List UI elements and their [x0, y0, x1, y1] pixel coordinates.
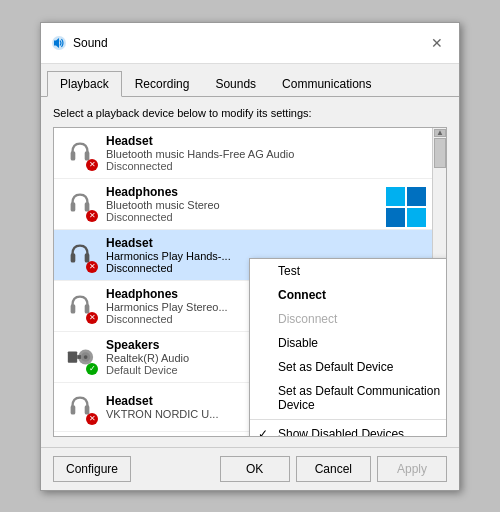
bottom-buttons: Configure OK Cancel Apply — [41, 447, 459, 490]
close-button[interactable]: ✕ — [425, 31, 449, 55]
scrollbar-thumb[interactable] — [434, 138, 446, 168]
sound-window-icon — [51, 35, 67, 51]
device-icon: ✕ — [62, 237, 98, 273]
cancel-button[interactable]: Cancel — [296, 456, 371, 482]
svg-rect-14 — [71, 405, 76, 414]
title-bar-left: Sound — [51, 35, 108, 51]
context-menu-test[interactable]: Test — [250, 259, 447, 283]
sound-window: Sound ✕ Playback Recording Sounds Commun… — [40, 22, 460, 491]
action-buttons: OK Cancel Apply — [220, 456, 447, 482]
svg-rect-9 — [68, 351, 77, 362]
svg-point-13 — [84, 355, 88, 359]
check-icon: ✓ — [258, 427, 268, 437]
context-menu-disconnect: Disconnect — [250, 307, 447, 331]
status-badge-disconnected: ✕ — [86, 210, 98, 222]
context-menu-set-default[interactable]: Set as Default Device — [250, 355, 447, 379]
status-badge-disconnected: ✕ — [86, 159, 98, 171]
content-subtitle: Select a playback device below to modify… — [53, 107, 447, 119]
device-icon: ✓ — [62, 339, 98, 375]
device-icon: ✕ — [62, 186, 98, 222]
context-menu-connect[interactable]: Connect — [250, 283, 447, 307]
svg-rect-7 — [71, 304, 76, 313]
configure-button[interactable]: Configure — [53, 456, 131, 482]
tab-bar: Playback Recording Sounds Communications — [41, 64, 459, 97]
status-badge-disconnected: ✕ — [86, 413, 98, 425]
device-icon: ✕ — [62, 389, 98, 425]
context-menu-disable[interactable]: Disable — [250, 331, 447, 355]
context-menu-show-disabled[interactable]: ✓ Show Disabled Devices — [250, 422, 447, 437]
status-badge-disconnected: ✕ — [86, 312, 98, 324]
tab-recording[interactable]: Recording — [122, 71, 203, 97]
apply-button[interactable]: Apply — [377, 456, 447, 482]
status-badge-connected: ✓ — [86, 363, 98, 375]
device-desc: Bluetooth music Hands-Free AG Audio — [106, 148, 438, 160]
device-name: Headset — [106, 236, 438, 250]
svg-rect-5 — [71, 253, 76, 262]
svg-rect-3 — [71, 202, 76, 211]
title-bar: Sound ✕ — [41, 23, 459, 64]
device-list[interactable]: ✕ Headset Bluetooth music Hands-Free AG … — [53, 127, 447, 437]
context-menu: Test Connect Disconnect Disable Set as D… — [249, 258, 447, 437]
tab-sounds[interactable]: Sounds — [202, 71, 269, 97]
context-menu-set-default-comm[interactable]: Set as Default Communication Device — [250, 379, 447, 417]
svg-rect-1 — [71, 151, 76, 160]
tab-playback[interactable]: Playback — [47, 71, 122, 97]
window-title: Sound — [73, 36, 108, 50]
device-name: Headset — [106, 134, 438, 148]
device-status: Disconnected — [106, 160, 438, 172]
tab-content: Select a playback device below to modify… — [41, 97, 459, 447]
device-item[interactable]: ✕ Headphones Bluetooth music Stereo Disc… — [54, 179, 446, 230]
device-icon: ✕ — [62, 135, 98, 171]
device-info: Headset Bluetooth music Hands-Free AG Au… — [106, 134, 438, 172]
tab-communications[interactable]: Communications — [269, 71, 384, 97]
ok-button[interactable]: OK — [220, 456, 290, 482]
status-badge-disconnected: ✕ — [86, 261, 98, 273]
device-icon: ✕ — [62, 288, 98, 324]
menu-separator — [250, 419, 447, 420]
device-item[interactable]: ✕ Headset Bluetooth music Hands-Free AG … — [54, 128, 446, 179]
